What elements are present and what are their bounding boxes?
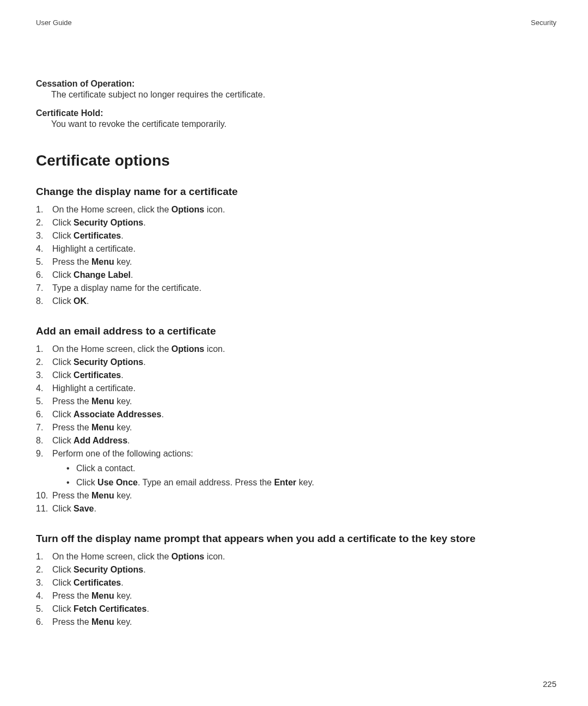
step-item: Highlight a certificate. (36, 242, 556, 255)
bold-text: Menu (91, 491, 114, 500)
bold-text: Certificates (74, 578, 121, 587)
bold-text: Add Address (74, 436, 127, 445)
bold-text: Options (171, 344, 204, 354)
sub-action-list: Click a contact.Click Use Once. Type an … (52, 461, 556, 489)
bold-text: Security Options (74, 357, 143, 367)
step-item: Click Security Options. (36, 216, 556, 229)
step-item: Click OK. (36, 295, 556, 308)
bold-text: Certificates (74, 370, 121, 380)
step-item: Press the Menu key. (36, 395, 556, 408)
bold-text: Certificates (74, 231, 121, 240)
bold-text: Use Once (97, 478, 138, 487)
page-number: 225 (543, 679, 556, 689)
bold-text: Options (171, 205, 204, 214)
subsection: Add an email address to a certificateOn … (36, 325, 556, 515)
step-item: Highlight a certificate. (36, 382, 556, 395)
step-item: Click Change Label. (36, 269, 556, 282)
bold-text: Security Options (74, 218, 143, 227)
subsection-title: Turn off the display name prompt that ap… (36, 533, 556, 545)
subsections-container: Change the display name for a certificat… (36, 186, 556, 629)
bold-text: Fetch Certificates (74, 604, 146, 613)
bold-text: OK (74, 296, 87, 306)
step-item: Click Save. (36, 502, 556, 515)
step-item: Press the Menu key. (36, 489, 556, 502)
bold-text: Menu (91, 591, 114, 600)
definition-term: Certificate Hold: (36, 108, 556, 118)
bold-text: Security Options (74, 565, 143, 574)
subsection: Change the display name for a certificat… (36, 186, 556, 308)
step-item: Press the Menu key. (36, 616, 556, 629)
definition-block: Cessation of Operation:The certificate s… (36, 79, 556, 100)
step-list: On the Home screen, click the Options ic… (36, 343, 556, 515)
step-list: On the Home screen, click the Options ic… (36, 203, 556, 308)
bold-text: Change Label (74, 270, 131, 279)
header-left: User Guide (36, 19, 72, 27)
definitions-list: Cessation of Operation:The certificate s… (36, 79, 556, 129)
step-item: On the Home screen, click the Options ic… (36, 343, 556, 356)
header-right: Security (531, 19, 556, 27)
step-item: On the Home screen, click the Options ic… (36, 203, 556, 216)
step-item: Click Security Options. (36, 563, 556, 576)
bold-text: Menu (91, 257, 114, 266)
bold-text: Menu (91, 423, 114, 432)
step-item: Press the Menu key. (36, 589, 556, 602)
definition-description: The certificate subject no longer requir… (36, 90, 556, 100)
step-item: Click Add Address. (36, 434, 556, 447)
bold-text: Save (74, 504, 94, 513)
step-item: Press the Menu key. (36, 421, 556, 434)
definition-block: Certificate Hold:You want to revoke the … (36, 108, 556, 129)
definition-term: Cessation of Operation: (36, 79, 556, 89)
section-title: Certificate options (36, 152, 556, 169)
bold-text: Associate Addresses (74, 410, 161, 419)
step-item: Press the Menu key. (36, 255, 556, 269)
subsection-title: Add an email address to a certificate (36, 325, 556, 337)
step-list: On the Home screen, click the Options ic… (36, 550, 556, 629)
bold-text: Menu (91, 397, 114, 406)
step-item: Type a display name for the certificate. (36, 282, 556, 295)
bold-text: Menu (91, 617, 114, 626)
sub-action-item: Click Use Once. Type an email address. P… (66, 476, 556, 490)
bold-text: Enter (274, 478, 296, 487)
step-item: On the Home screen, click the Options ic… (36, 550, 556, 563)
step-item: Click Certificates. (36, 576, 556, 589)
step-item: Click Certificates. (36, 229, 556, 242)
sub-action-item: Click a contact. (66, 461, 556, 476)
subsection-title: Change the display name for a certificat… (36, 186, 556, 198)
step-item: Click Fetch Certificates. (36, 602, 556, 616)
bold-text: Options (171, 552, 204, 561)
step-item: Click Certificates. (36, 369, 556, 382)
page-header: User Guide Security (36, 19, 556, 27)
subsection: Turn off the display name prompt that ap… (36, 533, 556, 629)
step-item: Click Security Options. (36, 356, 556, 369)
step-item: Click Associate Addresses. (36, 408, 556, 421)
step-item: Perform one of the following actions:Cli… (36, 447, 556, 489)
definition-description: You want to revoke the certificate tempo… (36, 119, 556, 129)
